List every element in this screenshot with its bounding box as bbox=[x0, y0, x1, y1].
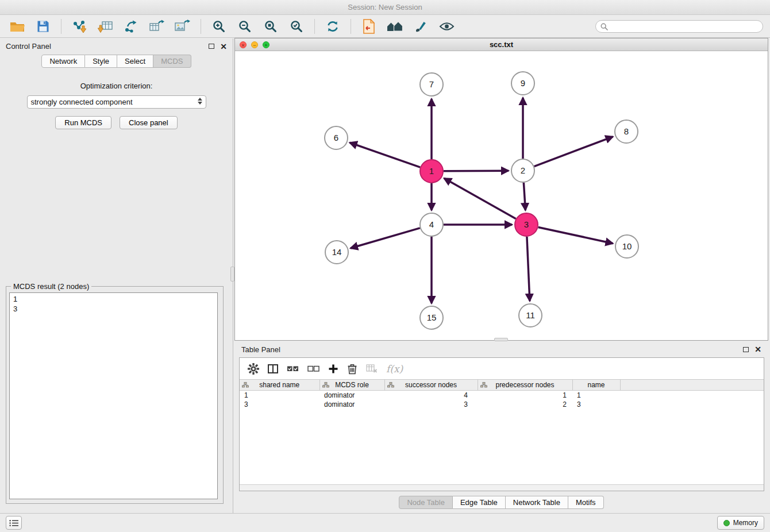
trash-icon bbox=[347, 363, 357, 375]
import-export-group bbox=[69, 18, 193, 36]
cell-successor-nodes[interactable]: 3 bbox=[384, 400, 478, 409]
run-mcds-button[interactable]: Run MCDS bbox=[55, 116, 111, 129]
graph-edge-1-2[interactable] bbox=[444, 171, 509, 171]
delete-table-button[interactable] bbox=[366, 364, 378, 373]
traffic-lights: × − + bbox=[240, 41, 270, 48]
cell-name[interactable]: 1 bbox=[572, 391, 620, 400]
column-header-shared-name[interactable]: shared name bbox=[240, 380, 319, 391]
vertical-splitter-handle[interactable] bbox=[230, 267, 234, 282]
tab-select[interactable]: Select bbox=[117, 55, 153, 68]
show-graphics-details-button[interactable] bbox=[436, 18, 457, 36]
graph-edge-3-1[interactable] bbox=[444, 178, 516, 218]
graph-node-14[interactable]: 14 bbox=[325, 241, 348, 264]
cell-shared-name[interactable]: 3 bbox=[240, 400, 319, 409]
tab-motifs[interactable]: Motifs bbox=[568, 496, 604, 509]
uncheck-all-icon bbox=[307, 365, 319, 373]
export-image-button[interactable] bbox=[172, 18, 193, 36]
close-panel-button[interactable]: Close panel bbox=[120, 116, 178, 129]
window-titlebar[interactable]: Session: New Session bbox=[0, 0, 770, 15]
close-panel-icon[interactable]: ✕ bbox=[220, 44, 227, 49]
graph-node-10[interactable]: 10 bbox=[615, 235, 638, 258]
check-all-icon bbox=[287, 365, 299, 373]
tab-mcds[interactable]: MCDS bbox=[153, 55, 191, 68]
graph-node-11[interactable]: 11 bbox=[519, 304, 542, 327]
zoom-group bbox=[209, 18, 307, 36]
function-builder-button[interactable]: f(x) bbox=[386, 363, 403, 375]
cell-predecessor-nodes[interactable]: 2 bbox=[478, 400, 572, 409]
toolbar-separator bbox=[314, 19, 315, 34]
zoom-fit-button[interactable] bbox=[260, 18, 281, 36]
svg-text:3: 3 bbox=[524, 219, 529, 229]
close-table-panel-icon[interactable]: ✕ bbox=[754, 346, 761, 352]
save-session-button[interactable] bbox=[33, 18, 53, 36]
float-panel-icon[interactable] bbox=[209, 44, 214, 49]
maximize-window-button[interactable]: + bbox=[263, 41, 270, 48]
export-table-button[interactable] bbox=[147, 18, 167, 36]
network-window-titlebar[interactable]: × − + scc.txt bbox=[235, 38, 768, 51]
cell-name[interactable]: 3 bbox=[572, 400, 620, 409]
column-tree-icon bbox=[242, 382, 249, 388]
export-network-button[interactable] bbox=[121, 18, 141, 36]
close-window-button[interactable]: × bbox=[240, 41, 247, 48]
column-header-predecessor-nodes[interactable]: predecessor nodes bbox=[478, 380, 572, 391]
graph-node-4[interactable]: 4 bbox=[420, 213, 443, 236]
graph-edge-3-10[interactable] bbox=[538, 227, 613, 243]
add-column-button[interactable] bbox=[328, 364, 338, 374]
column-header-name[interactable]: name bbox=[572, 380, 620, 391]
graph-edge-2-3[interactable] bbox=[523, 183, 525, 210]
table-settings-button[interactable] bbox=[248, 363, 259, 375]
zoom-selected-button[interactable] bbox=[286, 18, 307, 36]
network-document-button[interactable] bbox=[359, 18, 379, 36]
first-neighbors-button[interactable] bbox=[384, 18, 405, 36]
graph-node-8[interactable]: 8 bbox=[615, 120, 638, 143]
apply-layout-button[interactable] bbox=[322, 18, 343, 36]
tab-network[interactable]: Network bbox=[41, 55, 85, 68]
cell-shared-name[interactable]: 1 bbox=[240, 391, 319, 400]
graph-node-2[interactable]: 2 bbox=[511, 159, 534, 182]
cell-successor-nodes[interactable]: 4 bbox=[384, 391, 478, 400]
zoom-in-button[interactable] bbox=[209, 18, 229, 36]
import-network-button[interactable] bbox=[69, 18, 90, 36]
save-floppy-icon bbox=[37, 20, 49, 33]
network-canvas[interactable]: 7968124314101511 bbox=[235, 51, 768, 340]
graph-node-6[interactable]: 6 bbox=[325, 126, 348, 149]
import-table-button[interactable] bbox=[95, 18, 116, 36]
graph-edge-3-11[interactable] bbox=[527, 237, 530, 301]
paint-style-button[interactable] bbox=[410, 18, 431, 36]
table-row[interactable]: 1dominator411 bbox=[240, 391, 764, 400]
graph-node-15[interactable]: 15 bbox=[420, 306, 443, 329]
deselect-all-button[interactable] bbox=[307, 365, 319, 373]
delete-column-button[interactable] bbox=[347, 363, 357, 375]
graph-node-9[interactable]: 9 bbox=[511, 72, 534, 95]
search-input[interactable] bbox=[611, 22, 758, 30]
float-table-panel-icon[interactable] bbox=[743, 347, 749, 352]
horizontal-scrollbar[interactable] bbox=[240, 484, 764, 491]
table-row[interactable]: 3dominator323 bbox=[240, 400, 764, 409]
cell-mcds-role[interactable]: dominator bbox=[319, 400, 384, 409]
column-header-mcds-role[interactable]: MCDS role bbox=[319, 380, 384, 391]
tab-style[interactable]: Style bbox=[85, 55, 117, 68]
criterion-dropdown[interactable]: strongly connected component bbox=[27, 95, 206, 109]
column-header-successor-nodes[interactable]: successor nodes bbox=[384, 380, 478, 391]
memory-button[interactable]: Memory bbox=[717, 516, 764, 530]
cell-predecessor-nodes[interactable]: 1 bbox=[478, 391, 572, 400]
show-columns-button[interactable] bbox=[268, 364, 278, 373]
tab-node-table[interactable]: Node Table bbox=[399, 496, 453, 509]
graph-edge-1-6[interactable] bbox=[350, 142, 421, 167]
graph-edge-2-8[interactable] bbox=[534, 137, 613, 167]
tab-network-table[interactable]: Network Table bbox=[506, 496, 568, 509]
mcds-result-text[interactable]: 1 3 bbox=[9, 292, 218, 499]
select-all-button[interactable] bbox=[287, 365, 299, 373]
open-session-button[interactable] bbox=[7, 18, 28, 36]
minimize-window-button[interactable]: − bbox=[251, 41, 258, 48]
graph-node-1[interactable]: 1 bbox=[420, 160, 443, 183]
cell-mcds-role[interactable]: dominator bbox=[319, 391, 384, 400]
horizontal-splitter-handle[interactable] bbox=[494, 338, 508, 341]
graph-edge-4-14[interactable] bbox=[351, 228, 420, 248]
graph-node-3[interactable]: 3 bbox=[515, 213, 538, 236]
graph-node-7[interactable]: 7 bbox=[420, 73, 443, 96]
zoom-out-button[interactable] bbox=[234, 18, 255, 36]
show-panels-button[interactable] bbox=[6, 516, 22, 530]
tab-edge-table[interactable]: Edge Table bbox=[453, 496, 506, 509]
search-field[interactable] bbox=[595, 20, 763, 33]
